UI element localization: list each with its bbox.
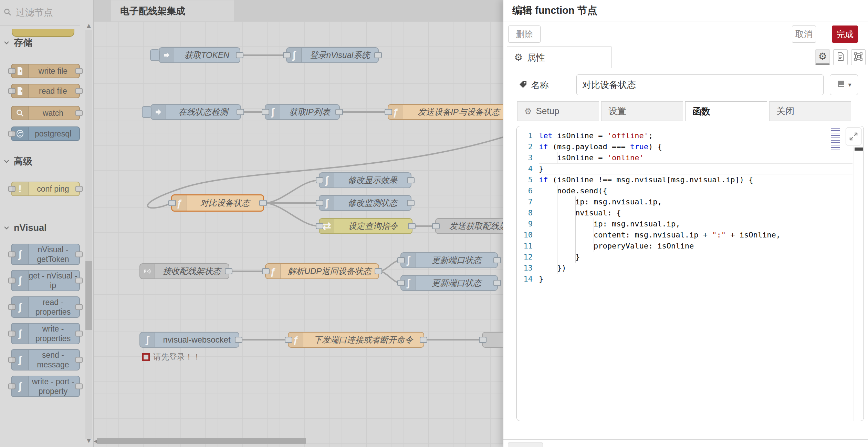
description-view-button[interactable] xyxy=(833,49,848,65)
palette-node-read-file[interactable]: read file xyxy=(11,84,80,98)
tab-function[interactable]: 函数 xyxy=(685,101,767,121)
palette-section-advanced[interactable]: 高级 xyxy=(4,155,32,167)
flow-tab[interactable]: 电子配线架集成 xyxy=(111,0,234,21)
node-output-port[interactable] xyxy=(75,110,83,116)
flow-node-update-port-status-2[interactable]: ʃ 更新端口状态 xyxy=(400,275,498,291)
node-output-port[interactable] xyxy=(408,223,416,229)
flow-node-modify-display[interactable]: ʃ 修改显示效果 xyxy=(319,172,411,188)
palette-node-nvisual-gettoken[interactable]: ʃ nVisual - getToken xyxy=(11,244,80,265)
node-input-port[interactable] xyxy=(385,109,392,115)
flow-node-login-nvisual[interactable]: ʃ 登录nVisual系统 xyxy=(286,47,379,63)
name-input[interactable] xyxy=(576,74,824,95)
node-output-port[interactable] xyxy=(225,268,232,274)
flow-node-send-device-ip-status[interactable]: ƒ 发送设备IP与设备状态 xyxy=(388,104,503,120)
wire[interactable] xyxy=(264,180,319,203)
tab-on-start[interactable]: 设置 xyxy=(601,101,683,121)
node-input-port[interactable] xyxy=(316,223,323,229)
node-output-port[interactable] xyxy=(235,337,242,343)
node-input-port[interactable] xyxy=(432,223,440,229)
node-input-port[interactable] xyxy=(316,200,323,206)
node-output-port[interactable] xyxy=(374,52,382,58)
code-minimap[interactable] xyxy=(831,128,844,150)
palette-node-write-properties[interactable]: ʃ write - properties xyxy=(11,323,80,344)
node-input-port[interactable] xyxy=(285,337,292,343)
flow-canvas[interactable]: 获取TOKEN ʃ 登录nVisual系统 在线状态检测 ʃ 获 xyxy=(94,21,503,447)
node-input-port[interactable] xyxy=(168,200,176,206)
node-output-port[interactable] xyxy=(75,252,83,257)
palette-section-storage[interactable]: 存储 xyxy=(4,37,32,49)
wire[interactable] xyxy=(264,203,319,226)
palette-scroll-down[interactable]: ▼ xyxy=(85,437,92,444)
search-input[interactable] xyxy=(15,7,75,18)
node-output-port[interactable] xyxy=(493,280,501,286)
library-button[interactable]: ▾ xyxy=(830,74,858,95)
node-output-port[interactable] xyxy=(335,109,343,115)
node-output-port[interactable] xyxy=(259,200,267,206)
inject-button[interactable] xyxy=(142,106,151,118)
node-output-port[interactable] xyxy=(493,257,501,263)
node-output-port[interactable] xyxy=(75,384,83,389)
tab-properties[interactable]: ⚙ 属性 xyxy=(507,47,611,68)
done-button[interactable]: 完成 xyxy=(832,26,858,43)
palette-node-partial[interactable] xyxy=(12,29,74,37)
node-input-port[interactable] xyxy=(316,177,323,183)
flow-node-compare-device-status[interactable]: ƒ 对比设备状态 xyxy=(171,194,264,212)
footer-partial-button[interactable] xyxy=(508,443,543,447)
palette-scrollbar-thumb[interactable] xyxy=(85,261,92,330)
flow-node-send-port-command[interactable]: ƒ 下发端口连接或者断开命令 xyxy=(288,332,424,348)
node-output-port[interactable] xyxy=(237,109,244,115)
cancel-button[interactable]: 取消 xyxy=(792,26,816,43)
node-input-port[interactable] xyxy=(262,109,269,115)
node-output-port[interactable] xyxy=(75,304,83,310)
node-output-port[interactable] xyxy=(75,88,83,94)
node-output-port[interactable] xyxy=(236,52,243,58)
canvas-hscrollbar-thumb[interactable] xyxy=(97,438,306,444)
code-editor[interactable]: 1234567891011121314 let isOnline = 'offl… xyxy=(516,126,864,421)
node-output-port[interactable] xyxy=(407,200,415,206)
node-output-port[interactable] xyxy=(75,186,83,192)
node-input-port[interactable] xyxy=(397,280,405,286)
expand-editor-button[interactable] xyxy=(846,128,861,145)
appearance-view-button[interactable] xyxy=(851,49,866,65)
node-output-port[interactable] xyxy=(75,331,83,337)
flow-node-online-check[interactable]: 在线状态检测 xyxy=(150,104,241,120)
properties-view-button[interactable]: ⚙ xyxy=(815,49,830,65)
flow-node-send-get-rack[interactable]: 发送获取配线架 xyxy=(435,218,503,234)
flow-node-update-port-status-1[interactable]: ʃ 更新端口状态 xyxy=(400,252,498,268)
flow-node-set-query-command[interactable]: ⇄ 设定查询指令 xyxy=(319,218,412,234)
tab-setup[interactable]: ⚙ Setup xyxy=(517,101,599,121)
delete-button[interactable]: 删除 xyxy=(508,26,541,43)
node-input-port[interactable] xyxy=(479,337,487,343)
palette-section-nvisual[interactable]: nVisual xyxy=(4,223,47,233)
palette-node-conf-ping[interactable]: ! conf ping xyxy=(11,182,80,196)
flow-node-get-ip-list[interactable]: ʃ 获取IP列表 xyxy=(265,104,340,120)
flow-node-receive-rack-status[interactable]: 接收配线架状态 xyxy=(139,263,229,279)
palette-node-read-properties[interactable]: ʃ read - properties xyxy=(11,296,80,318)
flow-node-inject-token[interactable]: 获取TOKEN xyxy=(159,47,240,63)
palette-node-get-nvisual-ip[interactable]: ʃ get - nVisual - ip xyxy=(11,270,80,291)
flow-node-modify-monitor[interactable]: ʃ 修改监测状态 xyxy=(319,195,411,211)
node-output-port[interactable] xyxy=(375,268,382,274)
node-input-port[interactable] xyxy=(397,257,405,263)
flow-node-udp-clipped[interactable]: U xyxy=(482,332,503,348)
palette-scroll-up[interactable]: ▲ xyxy=(85,22,92,29)
palette-search[interactable] xyxy=(0,0,80,26)
tab-on-stop[interactable]: 关闭 xyxy=(769,101,851,121)
node-output-port[interactable] xyxy=(75,278,83,284)
node-input-port[interactable] xyxy=(262,268,270,274)
editor-scrollbar-track[interactable] xyxy=(854,146,864,421)
node-output-port[interactable] xyxy=(407,177,415,183)
node-output-port[interactable] xyxy=(420,337,427,343)
node-output-port[interactable] xyxy=(75,68,83,74)
code-lines[interactable]: let isOnline = 'offline';if (msg.payload… xyxy=(539,126,853,421)
inject-button[interactable] xyxy=(150,49,160,61)
flow-node-nvisual-websocket[interactable]: ʃ nvisual-websocket xyxy=(139,332,239,348)
palette-node-watch[interactable]: watch xyxy=(11,106,80,120)
palette-node-write-port-property[interactable]: ʃ write - port - property xyxy=(11,376,80,397)
palette-scrollbar-track[interactable] xyxy=(85,30,92,439)
palette-node-write-file[interactable]: write file xyxy=(11,64,80,78)
palette-node-postgresql[interactable]: postgresql xyxy=(11,126,80,141)
node-input-port[interactable] xyxy=(283,52,291,58)
flow-node-parse-udp-status[interactable]: ƒ 解析UDP返回设备状态 xyxy=(265,263,379,279)
palette-node-send-message[interactable]: ʃ send - message xyxy=(11,349,80,370)
